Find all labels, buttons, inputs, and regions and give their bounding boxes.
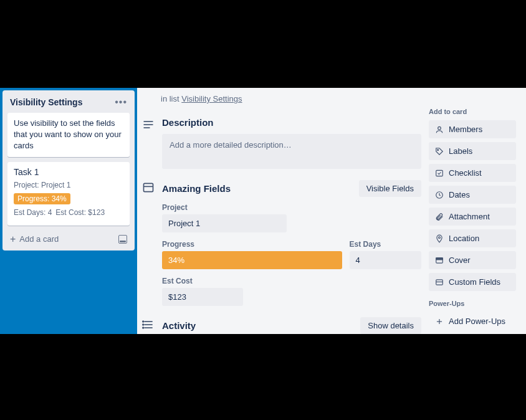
field-value-est-cost[interactable]: $123: [162, 288, 243, 306]
svg-point-11: [438, 126, 441, 130]
breadcrumb-link[interactable]: Visibility Settings: [181, 94, 242, 103]
description-input[interactable]: Add a more detailed description…: [162, 134, 421, 169]
field-value-est-days[interactable]: 4: [350, 251, 421, 269]
info-card[interactable]: Use visibility to set the fields that yo…: [7, 113, 130, 157]
breadcrumb: in list Visibility Settings: [142, 94, 421, 103]
field-value-progress[interactable]: 34%: [162, 251, 342, 269]
list-title[interactable]: Visibility Settings: [10, 97, 82, 107]
field-label-est-cost: Est Cost: [162, 277, 243, 285]
list-menu-icon[interactable]: •••: [115, 97, 127, 108]
plus-icon: +: [10, 234, 16, 244]
description-title: Description: [162, 117, 214, 128]
labels-button[interactable]: Labels: [429, 142, 516, 160]
dates-button[interactable]: Dates: [429, 186, 516, 204]
card-est-days: Est Days: 4: [14, 208, 52, 217]
card-project-label: Project: Project 1: [14, 181, 70, 189]
cover-icon: [435, 256, 444, 265]
location-icon: [435, 234, 444, 243]
card-text: Use visibility to set the fields that yo…: [14, 118, 123, 152]
fields-icon: [142, 181, 155, 194]
card-est-cost: Est Cost: $123: [55, 208, 105, 217]
activity-icon: [142, 318, 155, 331]
power-ups-heading: Power-Ups: [429, 300, 516, 307]
description-icon: [142, 118, 155, 131]
svg-rect-13: [436, 170, 443, 176]
card-template-icon[interactable]: [118, 235, 127, 244]
show-details-button[interactable]: Show details: [360, 317, 421, 334]
cover-button[interactable]: Cover: [429, 251, 516, 269]
checklist-icon: [435, 169, 444, 178]
field-label-est-days: Est Days: [350, 240, 421, 249]
svg-point-9: [143, 324, 144, 325]
activity-title: Activity: [162, 320, 196, 331]
add-card-label: Add a card: [19, 234, 59, 244]
amazing-fields-title: Amazing Fields: [162, 183, 231, 194]
add-power-ups-button[interactable]: Add Power-Ups: [429, 312, 516, 330]
svg-point-8: [143, 321, 144, 322]
card-detail-panel: in list Visibility Settings Description …: [137, 88, 526, 334]
custom-fields-button[interactable]: Custom Fields: [429, 273, 516, 291]
list: Visibility Settings ••• Use visibility t…: [2, 90, 135, 251]
progress-badge: Progress: 34%: [14, 193, 70, 204]
checklist-button[interactable]: Checklist: [429, 164, 516, 182]
board-list-column: Visibility Settings ••• Use visibility t…: [0, 88, 137, 334]
members-icon: [435, 125, 444, 134]
add-card-button[interactable]: + Add a card: [7, 231, 130, 246]
custom-fields-icon: [435, 278, 444, 287]
svg-rect-17: [436, 257, 443, 259]
members-button[interactable]: Members: [429, 120, 516, 138]
dates-icon: [435, 191, 444, 199]
attachment-button[interactable]: Attachment: [429, 208, 516, 226]
field-label-project: Project: [162, 203, 287, 212]
svg-rect-3: [144, 183, 153, 191]
svg-point-10: [143, 327, 144, 328]
svg-point-12: [438, 149, 439, 150]
svg-point-15: [439, 236, 441, 238]
card-sidebar: Add to card Members Labels Checklist Dat…: [429, 94, 516, 334]
attachment-icon: [435, 212, 444, 221]
add-to-card-heading: Add to card: [429, 108, 516, 115]
card-title: Task 1: [14, 167, 123, 177]
labels-icon: [435, 147, 444, 156]
location-button[interactable]: Location: [429, 229, 516, 247]
plus-icon: [435, 317, 444, 326]
task-card[interactable]: Task 1 Project: Project 1 Progress: 34% …: [7, 162, 130, 226]
field-label-progress: Progress: [162, 240, 342, 249]
field-value-project[interactable]: Project 1: [162, 214, 287, 232]
visible-fields-button[interactable]: Visible Fields: [359, 180, 421, 197]
